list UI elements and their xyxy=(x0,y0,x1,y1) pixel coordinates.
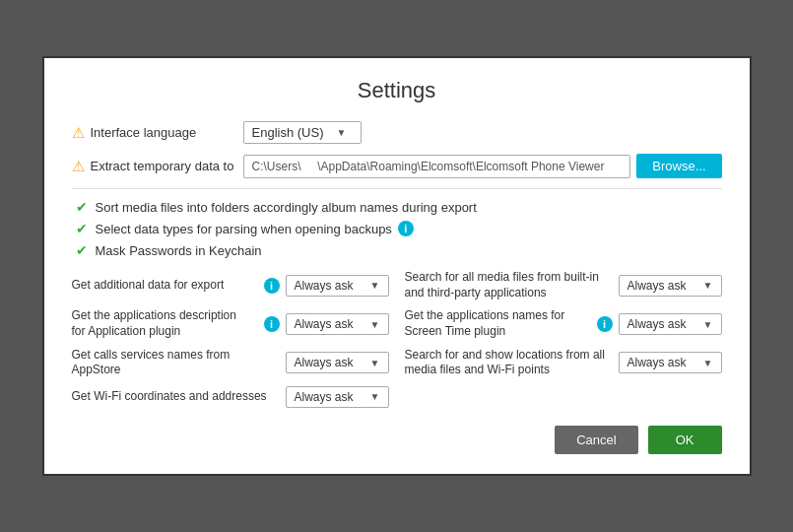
always-ask-dropdown[interactable]: Always ask▼ xyxy=(619,352,722,373)
checkbox-label: Sort media files into folders accordingl… xyxy=(96,200,477,215)
browse-button[interactable]: Browse... xyxy=(636,154,721,178)
always-ask-value: Always ask xyxy=(295,279,354,293)
option-label: Search for and show locations from all m… xyxy=(405,348,613,378)
always-ask-value: Always ask xyxy=(628,356,687,369)
warn-icon-extract: ⚠ xyxy=(72,158,85,175)
always-ask-value: Always ask xyxy=(295,390,354,404)
checkbox-label: Select data types for parsing when openi… xyxy=(96,222,392,236)
dialog-footer: Cancel OK xyxy=(72,426,722,454)
chevron-down-icon: ▼ xyxy=(370,358,380,368)
option-row-1: Search for all media files from built-in… xyxy=(405,270,722,300)
extract-temp-label: Extract temporary data to xyxy=(91,159,243,173)
chevron-down-icon: ▼ xyxy=(370,391,380,402)
checkmark-icon: ✔ xyxy=(76,221,88,236)
option-label: Get the applications description for App… xyxy=(72,308,252,339)
info-icon[interactable]: i xyxy=(264,316,280,332)
option-label: Get Wi-Fi coordinates and addresses xyxy=(72,389,280,405)
checkmark-icon: ✔ xyxy=(76,242,88,258)
info-icon[interactable]: i xyxy=(398,221,414,236)
option-label: Get calls services names from AppStore xyxy=(72,348,280,378)
ok-button[interactable]: OK xyxy=(648,426,722,454)
chevron-down-icon: ▼ xyxy=(370,280,380,291)
option-row-0: Get additional data for exportiAlways as… xyxy=(72,270,389,300)
info-icon[interactable]: i xyxy=(264,278,280,294)
option-label: Get additional data for export xyxy=(72,278,252,294)
option-label: Get the applications names for Screen Ti… xyxy=(405,308,585,339)
checkboxes-section: ✔Sort media files into folders according… xyxy=(72,199,722,258)
checkbox-label: Mask Passwords in Keychain xyxy=(96,243,262,258)
extract-temp-row: ⚠ Extract temporary data to Browse... xyxy=(72,154,722,178)
always-ask-value: Always ask xyxy=(295,317,354,331)
info-icon[interactable]: i xyxy=(597,316,613,332)
always-ask-dropdown[interactable]: Always ask▼ xyxy=(286,275,389,297)
checkbox-row-1: ✔Select data types for parsing when open… xyxy=(76,221,722,236)
always-ask-value: Always ask xyxy=(628,279,687,293)
language-dropdown[interactable]: English (US) ▼ xyxy=(243,121,362,144)
interface-language-row: ⚠ Interface language English (US) ▼ xyxy=(72,121,722,144)
option-label: Search for all media files from built-in… xyxy=(405,270,613,300)
cancel-button[interactable]: Cancel xyxy=(555,426,637,454)
chevron-down-icon: ▼ xyxy=(703,319,713,330)
language-value: English (US) xyxy=(252,125,324,140)
warn-icon-language: ⚠ xyxy=(72,124,85,142)
chevron-down-icon: ▼ xyxy=(703,280,713,291)
checkmark-icon: ✔ xyxy=(76,199,88,215)
option-row-6: Get Wi-Fi coordinates and addressesAlway… xyxy=(72,386,389,408)
option-row-2: Get the applications description for App… xyxy=(72,308,389,339)
settings-dialog: Settings ⚠ Interface language English (U… xyxy=(42,56,752,476)
option-row-5: Search for and show locations from all m… xyxy=(405,348,722,378)
dialog-title: Settings xyxy=(72,78,722,103)
options-section: Get additional data for exportiAlways as… xyxy=(72,270,722,408)
chevron-down-icon: ▼ xyxy=(370,319,380,330)
option-row-3: Get the applications names for Screen Ti… xyxy=(405,308,722,339)
option-row-4: Get calls services names from AppStoreAl… xyxy=(72,348,389,378)
always-ask-dropdown[interactable]: Always ask▼ xyxy=(286,313,389,335)
always-ask-dropdown[interactable]: Always ask▼ xyxy=(286,386,389,408)
always-ask-value: Always ask xyxy=(295,356,354,369)
checkbox-row-0: ✔Sort media files into folders according… xyxy=(76,199,722,215)
chevron-down-icon: ▼ xyxy=(703,358,713,368)
chevron-down-icon: ▼ xyxy=(337,127,347,138)
always-ask-dropdown[interactable]: Always ask▼ xyxy=(619,275,722,297)
always-ask-dropdown[interactable]: Always ask▼ xyxy=(286,352,389,373)
extract-path-input[interactable] xyxy=(243,155,631,178)
checkbox-row-2: ✔Mask Passwords in Keychain xyxy=(76,242,722,258)
interface-language-label: Interface language xyxy=(91,125,243,140)
always-ask-dropdown[interactable]: Always ask▼ xyxy=(619,313,722,335)
always-ask-value: Always ask xyxy=(628,317,687,331)
